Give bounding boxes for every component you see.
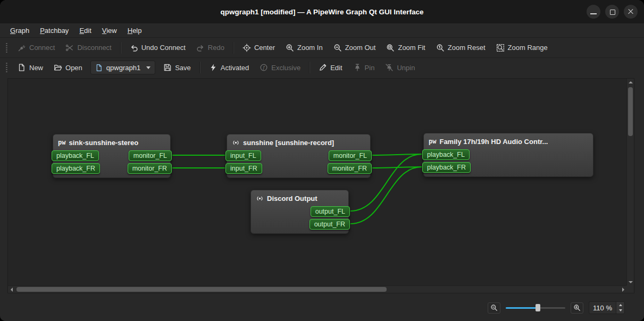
toolbar-drag-handle[interactable] <box>5 62 8 73</box>
toolbar-drag-handle[interactable] <box>5 43 8 53</box>
port-monitor_FL[interactable]: monitor_FL <box>129 150 172 161</box>
toolbar-separator <box>233 42 234 54</box>
spin-up-button[interactable] <box>616 302 624 308</box>
port-output_FL[interactable]: output_FL <box>311 206 350 217</box>
center-icon <box>242 44 251 52</box>
zoom-range-button[interactable]: Zoom Range <box>491 40 553 55</box>
undo-connect-button[interactable]: Undo Connect <box>125 40 190 55</box>
graph-toolbar: Connect Disconnect Undo Connect Redo <box>0 38 644 57</box>
unpin-button[interactable]: Unpin <box>380 60 420 75</box>
spin-down-button[interactable] <box>616 308 624 314</box>
redo-label: Redo <box>208 44 224 52</box>
zoom-percent-value[interactable]: 110 % <box>589 302 616 314</box>
statusbar: 110 % <box>0 297 644 321</box>
zoom-in-icon <box>573 304 581 311</box>
unpin-icon <box>385 63 394 72</box>
scroll-up-arrow[interactable] <box>627 79 634 86</box>
undo-connect-label: Undo Connect <box>141 44 186 52</box>
open-patchbay-button[interactable]: Open <box>49 60 87 75</box>
port-playback_FR[interactable]: playback_FR <box>422 162 471 173</box>
port-monitor_FR[interactable]: monitor_FR <box>128 163 172 174</box>
graph-node-sunshine[interactable]: sunshine [sunshine-record] input_FL moni… <box>227 134 371 178</box>
menu-edit[interactable]: Edit <box>74 25 96 36</box>
pencil-icon <box>319 63 327 72</box>
maximize-button[interactable] <box>605 5 619 19</box>
patchbay-profile-combobox[interactable]: qpwgraph1 <box>90 61 155 74</box>
close-button[interactable] <box>624 5 638 19</box>
zoom-in-label: Zoom In <box>297 44 323 52</box>
new-label: New <box>29 64 43 72</box>
statusbar-zoom-in-button[interactable] <box>571 302 583 314</box>
center-button[interactable]: Center <box>238 40 280 55</box>
disconnect-button[interactable]: Disconnect <box>61 40 116 55</box>
redo-button[interactable]: Redo <box>191 40 229 55</box>
menu-help[interactable]: Help <box>123 25 147 36</box>
graph-canvas[interactable]: pw sink-sunshine-stereo playback_FL moni… <box>8 79 626 285</box>
connect-label: Connect <box>29 44 55 52</box>
port-playback_FL[interactable]: playback_FL <box>422 149 470 160</box>
menu-patchbay[interactable]: Patchbay <box>35 25 73 36</box>
window-controls <box>587 0 638 23</box>
connection-edge[interactable] <box>372 154 422 155</box>
edit-label: Edit <box>330 64 342 72</box>
port-row: input_FL monitor_FL <box>225 150 372 161</box>
exclusive-toggle[interactable]: ƒ Exclusive <box>255 60 305 75</box>
zoom-in-button[interactable]: Zoom In <box>281 40 328 55</box>
statusbar-zoom-out-button[interactable] <box>488 302 500 314</box>
port-playback_FL[interactable]: playback_FL <box>52 150 99 161</box>
lightning-icon <box>209 63 218 72</box>
spin-arrows <box>616 302 624 314</box>
pipewire-icon: pw <box>429 138 436 145</box>
edit-patchbay-button[interactable]: Edit <box>314 60 347 75</box>
zoom-slider-handle[interactable] <box>536 304 540 311</box>
save-patchbay-button[interactable]: Save <box>158 60 196 75</box>
disconnect-icon <box>65 44 74 52</box>
graph-node-discord-output[interactable]: Discord Output output_FL output_FR <box>250 190 349 234</box>
graph-node-family-hd-audio[interactable]: pw Family 17h/19h HD Audio Contr... play… <box>423 133 593 177</box>
zoom-fit-label: Zoom Fit <box>398 44 425 52</box>
zoom-reset-button[interactable]: Zoom Reset <box>431 40 490 55</box>
port-row: playback_FR <box>422 162 595 173</box>
patchbay-profile-value: qpwgraph1 <box>106 64 140 72</box>
menubar: Graph Patchbay Edit View Help <box>0 23 644 38</box>
node-title: sunshine [sunshine-record] <box>243 139 334 147</box>
port-output_FR[interactable]: output_FR <box>310 219 350 230</box>
vertical-scrollbar[interactable] <box>626 79 634 285</box>
save-icon <box>163 63 172 72</box>
toolbar-separator <box>120 42 121 54</box>
port-input_FL[interactable]: input_FL <box>225 150 261 161</box>
app-window: qpwgraph1 [modified] — A PipeWire Graph … <box>0 0 644 321</box>
scroll-left-arrow[interactable] <box>8 286 15 293</box>
graph-node-sink-sunshine-stereo[interactable]: pw sink-sunshine-stereo playback_FL moni… <box>53 134 171 178</box>
exclusive-glyph: ƒ <box>263 64 265 70</box>
redo-icon <box>196 44 205 52</box>
menu-view[interactable]: View <box>97 25 122 36</box>
central-area: pw sink-sunshine-stereo playback_FL moni… <box>0 77 644 297</box>
scroll-right-arrow[interactable] <box>620 286 626 293</box>
connection-edge[interactable] <box>372 167 422 168</box>
port-input_FR[interactable]: input_FR <box>225 163 262 174</box>
minimize-button[interactable] <box>587 5 600 19</box>
node-header: pw sink-sunshine-stereo <box>53 134 170 150</box>
connect-button[interactable]: Connect <box>13 40 60 55</box>
horizontal-scrollbar[interactable] <box>8 285 626 293</box>
node-title: Family 17h/19h HD Audio Contr... <box>439 138 548 146</box>
vertical-scrollbar-thumb[interactable] <box>628 87 633 136</box>
port-monitor_FR[interactable]: monitor_FR <box>328 163 372 174</box>
titlebar[interactable]: qpwgraph1 [modified] — A PipeWire Graph … <box>0 0 644 23</box>
zoom-out-button[interactable]: Zoom Out <box>329 40 381 55</box>
activated-toggle[interactable]: Activated <box>204 60 254 75</box>
port-playback_FR[interactable]: playback_FR <box>52 163 100 174</box>
menu-graph[interactable]: Graph <box>5 25 34 36</box>
zoom-reset-label: Zoom Reset <box>448 44 486 52</box>
scroll-down-arrow[interactable] <box>627 278 634 285</box>
graph-view-frame: pw sink-sunshine-stereo playback_FL moni… <box>7 78 634 293</box>
zoom-percent-spinbox[interactable]: 110 % <box>589 301 625 314</box>
zoom-fit-button[interactable]: Zoom Fit <box>381 40 430 55</box>
zoom-slider[interactable] <box>506 303 565 312</box>
pin-button[interactable]: Pin <box>348 60 380 75</box>
port-monitor_FL[interactable]: monitor_FL <box>329 150 372 161</box>
port-row: playback_FL monitor_FL <box>52 150 172 161</box>
horizontal-scrollbar-thumb[interactable] <box>16 287 387 292</box>
new-patchbay-button[interactable]: New <box>13 60 48 75</box>
